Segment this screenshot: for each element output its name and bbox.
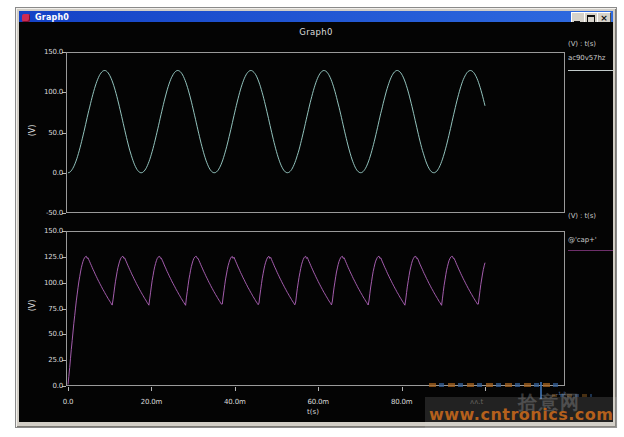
y-tick-label: 100.0 bbox=[19, 279, 63, 287]
x-tick-label: 20.0m bbox=[131, 398, 171, 406]
y-tick-label: 50.0 bbox=[19, 129, 63, 137]
x-tick-mark bbox=[485, 387, 486, 391]
graph-title: Graph0 bbox=[19, 27, 613, 37]
x-tick-mark bbox=[402, 387, 403, 391]
y-tick-label: 150.0 bbox=[19, 48, 63, 56]
y-tick-label: 125.0 bbox=[19, 253, 63, 261]
x-tick-label: 80.0m bbox=[382, 398, 422, 406]
y-tick-label: 150.0 bbox=[19, 227, 63, 235]
plot2-legend-title: (V) : t(s) bbox=[568, 212, 615, 220]
legend-swatch bbox=[568, 250, 613, 251]
y-tick-label: 0.0 bbox=[19, 382, 63, 390]
legend-swatch bbox=[568, 70, 613, 71]
y-tick-label: 0.0 bbox=[19, 169, 63, 177]
y-tick-label: 25.0 bbox=[19, 356, 63, 364]
y-tick-label: 75.0 bbox=[19, 305, 63, 313]
y-tick-label: 50.0 bbox=[19, 330, 63, 338]
y-tick-label: -50.0 bbox=[19, 209, 63, 217]
waveform-trace-2 bbox=[67, 232, 564, 385]
y-tick-label: 100.0 bbox=[19, 88, 63, 96]
screenshot-stage: Graph0 × Graph0 (V) (V) t(s) (V) : t(s) … bbox=[0, 0, 624, 437]
x-tick-mark bbox=[318, 387, 319, 391]
plot2-legend-trace-name: @'cap+' bbox=[568, 236, 615, 244]
watermark-url-text: www.cntronics.com bbox=[429, 405, 613, 424]
x-tick-mark bbox=[151, 387, 152, 391]
plot1-legend-title: (V) : t(s) bbox=[568, 40, 615, 48]
x-tick-mark bbox=[68, 387, 69, 391]
x-tick-mark bbox=[235, 387, 236, 391]
waveform-trace-1 bbox=[67, 53, 564, 212]
plot1-legend-trace-name: ac90v57hz bbox=[568, 54, 615, 62]
x-axis-label: t(s) bbox=[293, 408, 333, 416]
app-icon bbox=[22, 14, 30, 22]
x-tick-label: 0.0 bbox=[48, 398, 88, 406]
x-tick-label: 40.0m bbox=[215, 398, 255, 406]
x-tick-label: 60.0m bbox=[298, 398, 338, 406]
